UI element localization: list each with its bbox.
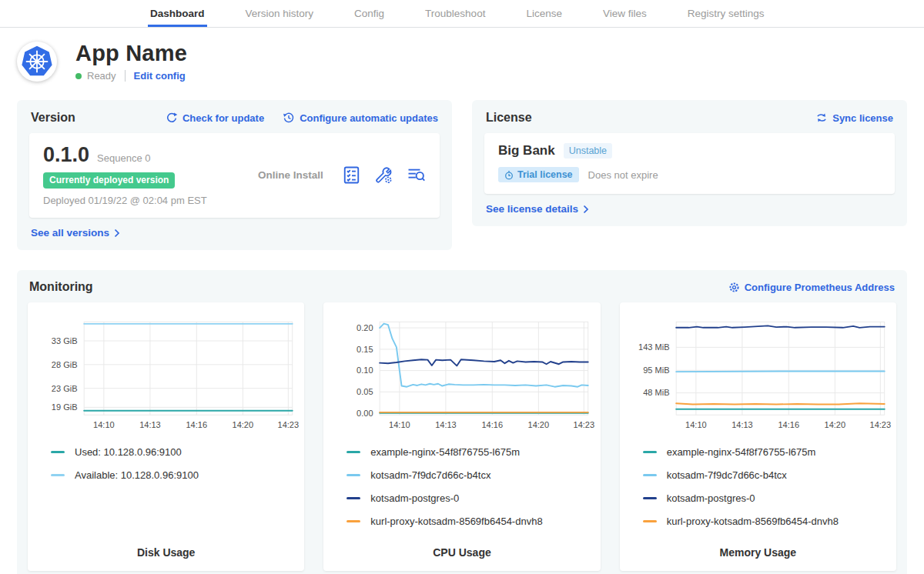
kubernetes-logo-icon xyxy=(20,45,54,78)
legend-swatch xyxy=(643,474,657,476)
tab-troubleshoot[interactable]: Troubleshoot xyxy=(423,0,487,27)
disk-usage-title: Disk Usage xyxy=(32,539,300,559)
configure-prometheus-link[interactable]: Configure Prometheus Address xyxy=(728,282,895,293)
version-number: 0.1.0 xyxy=(43,143,89,167)
preflight-checklist-icon[interactable] xyxy=(342,165,361,185)
legend-label: example-nginx-54f8f76755-l675m xyxy=(667,446,816,458)
version-card-title: Version xyxy=(31,111,75,125)
legend-swatch xyxy=(346,497,360,499)
legend-label: kurl-proxy-kotsadm-8569fb6454-dnvh8 xyxy=(667,516,839,527)
legend-item: Used: 10.128.0.96:9100 xyxy=(51,446,300,458)
cards-row: Version Check for update xyxy=(0,100,924,250)
legend-label: kotsadm-postgres-0 xyxy=(667,492,755,504)
current-version-card: 0.1.0 Sequence 0 Currently deployed vers… xyxy=(29,133,440,218)
svg-text:0.15: 0.15 xyxy=(357,345,373,354)
svg-text:14:10: 14:10 xyxy=(685,420,707,429)
tab-registry-settings[interactable]: Registry settings xyxy=(685,0,767,27)
sync-license-link[interactable]: Sync license xyxy=(815,112,893,124)
svg-text:14:13: 14:13 xyxy=(732,420,753,429)
legend-item: kotsadm-postgres-0 xyxy=(643,492,892,504)
svg-text:14:20: 14:20 xyxy=(233,420,254,429)
deployed-badge: Currently deployed version xyxy=(43,172,175,189)
top-nav: DashboardVersion historyConfigTroublesho… xyxy=(0,0,924,28)
memory-usage-svg: 14:1014:1314:1614:2014:23143 MiB95 MiB48… xyxy=(624,310,892,437)
legend-label: Available: 10.128.0.96:9100 xyxy=(75,469,199,481)
svg-text:14:16: 14:16 xyxy=(186,420,207,429)
legend-label: kurl-proxy-kotsadm-8569fb6454-dnvh8 xyxy=(370,516,542,527)
config-wrench-gear-icon[interactable] xyxy=(374,165,393,185)
monitoring-title: Monitoring xyxy=(29,280,93,294)
memory-usage-title: Memory Usage xyxy=(624,539,892,559)
svg-text:14:16: 14:16 xyxy=(482,420,504,429)
legend-swatch xyxy=(643,451,657,453)
deployed-timestamp: Deployed 01/19/22 @ 02:04 pm EST xyxy=(43,195,239,206)
legend-swatch xyxy=(346,474,360,476)
tab-license[interactable]: License xyxy=(524,0,564,27)
configure-prometheus-label: Configure Prometheus Address xyxy=(745,282,895,293)
chevron-right-icon xyxy=(114,229,120,238)
view-logs-icon[interactable] xyxy=(407,165,426,185)
legend-swatch xyxy=(643,497,657,499)
svg-text:14:20: 14:20 xyxy=(824,420,845,429)
legend-label: kotsadm-7f9dc7d66c-b4tcx xyxy=(667,469,787,481)
see-license-details-label: See license details xyxy=(486,203,578,215)
monitoring-section: Monitoring Configure Prometheus Address … xyxy=(17,270,907,574)
cpu-usage-title: CPU Usage xyxy=(328,539,595,559)
legend-swatch xyxy=(346,520,360,522)
configure-automatic-updates-link[interactable]: Configure automatic updates xyxy=(283,112,438,124)
check-for-update-link[interactable]: Check for update xyxy=(166,112,264,124)
configure-automatic-updates-label: Configure automatic updates xyxy=(300,112,438,124)
stopwatch-icon xyxy=(504,170,514,180)
svg-text:14:13: 14:13 xyxy=(139,420,161,429)
legend-item: kotsadm-postgres-0 xyxy=(346,492,595,504)
legend-item: kotsadm-7f9dc7d66c-b4tcx xyxy=(346,469,595,481)
svg-text:14:23: 14:23 xyxy=(278,420,300,429)
edit-config-link[interactable]: Edit config xyxy=(134,70,186,82)
svg-text:0.10: 0.10 xyxy=(357,365,373,375)
svg-text:19 GiB: 19 GiB xyxy=(52,402,78,412)
channel-badge: Unstable xyxy=(564,143,612,159)
app-icon xyxy=(17,42,57,82)
legend-label: example-nginx-54f8f76755-l675m xyxy=(370,446,520,458)
svg-text:28 GiB: 28 GiB xyxy=(52,360,78,369)
legend-label: kotsadm-postgres-0 xyxy=(370,492,459,504)
tab-config[interactable]: Config xyxy=(352,0,387,27)
see-license-details-link[interactable]: See license details xyxy=(486,203,589,215)
sequence-label: Sequence 0 xyxy=(97,152,150,164)
nav-tabs: DashboardVersion historyConfigTroublesho… xyxy=(148,0,767,27)
install-type-label: Online Install xyxy=(239,169,342,181)
svg-text:14:10: 14:10 xyxy=(389,420,410,429)
sync-arrows-icon xyxy=(815,112,828,124)
memory-usage-chart-card: 14:1014:1314:1614:2014:23143 MiB95 MiB48… xyxy=(620,302,896,571)
memory-usage-legend: example-nginx-54f8f76755-l675mkotsadm-7f… xyxy=(643,446,892,539)
license-type-label: Trial license xyxy=(517,169,573,180)
see-all-versions-link[interactable]: See all versions xyxy=(31,227,120,239)
disk-usage-plot: 14:1014:1314:1614:2014:2333 GiB28 GiB23 … xyxy=(32,310,300,437)
svg-text:23 GiB: 23 GiB xyxy=(52,384,78,393)
gear-icon xyxy=(728,282,740,293)
license-card: License Sync license Big Bank Unstable xyxy=(472,100,907,226)
svg-text:14:23: 14:23 xyxy=(869,420,891,429)
legend-swatch xyxy=(51,474,65,476)
svg-text:0.20: 0.20 xyxy=(357,323,373,332)
divider xyxy=(125,70,126,82)
chevron-right-icon xyxy=(583,205,589,214)
legend-item: kurl-proxy-kotsadm-8569fb6454-dnvh8 xyxy=(643,516,892,527)
tab-version-history[interactable]: Version history xyxy=(243,0,316,27)
svg-text:0.05: 0.05 xyxy=(357,387,373,396)
license-customer-name: Big Bank xyxy=(498,143,555,159)
tab-dashboard[interactable]: Dashboard xyxy=(148,0,207,27)
cpu-usage-plot: 14:1014:1314:1614:2014:230.200.150.100.0… xyxy=(328,310,595,437)
license-detail-card: Big Bank Unstable Trial license Does not… xyxy=(484,133,895,194)
svg-text:143 MiB: 143 MiB xyxy=(638,342,669,352)
legend-item: example-nginx-54f8f76755-l675m xyxy=(643,446,892,458)
legend-swatch xyxy=(346,451,360,453)
license-expiration: Does not expire xyxy=(588,169,658,181)
license-card-title: License xyxy=(486,111,532,125)
cpu-usage-legend: example-nginx-54f8f76755-l675mkotsadm-7f… xyxy=(346,446,595,539)
legend-item: kotsadm-7f9dc7d66c-b4tcx xyxy=(643,469,892,481)
see-all-versions-label: See all versions xyxy=(31,227,109,239)
status-dot xyxy=(75,73,82,79)
legend-label: Used: 10.128.0.96:9100 xyxy=(75,446,182,458)
tab-view-files[interactable]: View files xyxy=(601,0,649,27)
